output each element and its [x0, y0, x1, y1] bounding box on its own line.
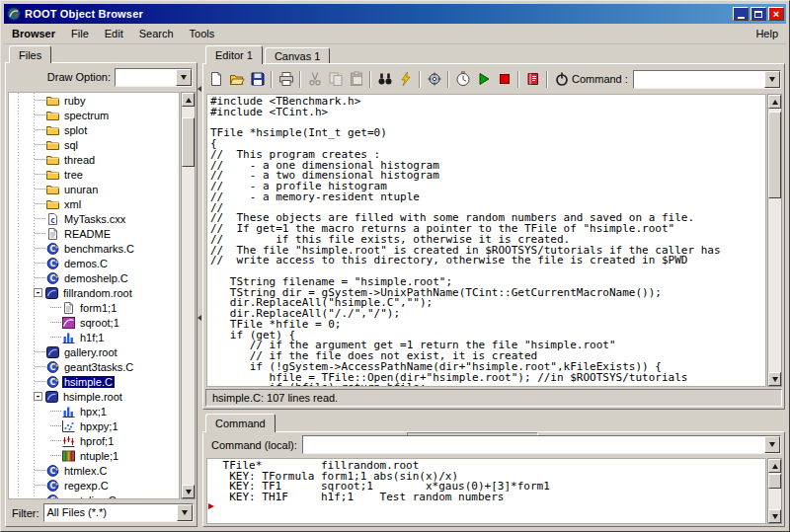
command-local-value[interactable] [303, 436, 764, 453]
collapse-icon[interactable]: - [34, 288, 42, 297]
command-output[interactable]: TFile* fillrandom.root KEY: TFormula for… [206, 458, 766, 524]
draw-option-dropdown-button[interactable] [176, 69, 192, 86]
editor-scrollbar[interactable] [767, 94, 782, 387]
command-local-dropdown-button[interactable] [764, 436, 780, 453]
new-file-button[interactable] [205, 69, 226, 90]
command-value[interactable] [634, 71, 764, 88]
command-label: Command : [572, 73, 628, 85]
filter-combo[interactable]: All Files (*.*) [43, 503, 195, 522]
open-file-button[interactable] [226, 69, 247, 90]
tree-item-sqroot-1[interactable]: sqroot;1 [9, 315, 179, 330]
draw-option-value[interactable] [116, 69, 176, 86]
print-button[interactable] [276, 69, 296, 90]
macro-icon: C+ [46, 272, 59, 284]
tab-command[interactable]: Command [205, 414, 276, 432]
scroll-thumb[interactable] [768, 112, 781, 198]
scroll-track[interactable] [768, 109, 781, 372]
scroll-thumb[interactable] [182, 117, 195, 167]
tree-item-fillrandom-root[interactable]: -fillrandom.root [9, 285, 179, 300]
menu-tools[interactable]: Tools [182, 24, 223, 43]
filter-value[interactable]: All Files (*.*) [44, 504, 178, 521]
tree-item-ntuple-1[interactable]: ntuple;1 [9, 448, 179, 463]
command-combo[interactable] [633, 70, 781, 89]
help-contents-button[interactable] [522, 69, 543, 90]
tree-item-hpxpy-1[interactable]: hpxpy;1 [9, 418, 179, 433]
tree-item-spectrum[interactable]: spectrum [9, 108, 179, 122]
tree-item-xml[interactable]: xml [9, 196, 179, 211]
tree-item-hpx-1[interactable]: hpx;1 [9, 404, 179, 418]
cut-button[interactable] [304, 69, 325, 90]
tree-item-sql[interactable]: sql [9, 137, 179, 152]
tree-item-htmlex-c[interactable]: C+htmlex.C [9, 463, 179, 478]
tree-scrollbar[interactable] [181, 92, 196, 499]
command-local-combo[interactable] [302, 435, 781, 454]
tree-item-demos-c[interactable]: C+demos.C [9, 256, 179, 270]
tree-item-hprof-1[interactable]: hprof;1 [9, 433, 179, 448]
tree-item-rootalias-c[interactable]: C+rootalias.C [9, 493, 179, 499]
tree-item-demoshelp-c[interactable]: C+demoshelp.C [9, 270, 179, 285]
tree-item-hsimple-c[interactable]: C+hsimple.C [9, 374, 179, 389]
menu-file[interactable]: File [63, 24, 97, 43]
interrupt-timer-button[interactable] [452, 69, 473, 90]
tree-item-tree[interactable]: tree [9, 167, 179, 182]
compile-macro-button[interactable] [424, 69, 444, 90]
tree-item-benchmarks-c[interactable]: C+benchmarks.C [9, 241, 179, 256]
copy-button[interactable] [325, 69, 346, 90]
tab-editor-1[interactable]: Editor 1 [205, 45, 263, 64]
code-editor[interactable]: #include <TBenchmark.h> #include <TCint.… [206, 94, 766, 387]
tree-item-ruby[interactable]: ruby [9, 93, 179, 108]
collapse-icon[interactable]: - [34, 392, 42, 401]
draw-option-combo[interactable] [115, 68, 193, 87]
editor-tabs: Editor 1 Canvas 1 [205, 44, 332, 63]
tree-item-splot[interactable]: splot [9, 122, 179, 137]
scroll-up-button[interactable] [768, 459, 781, 473]
tree-item-label: hprof;1 [78, 435, 116, 447]
tree-item-regexp-c[interactable]: C+regexp.C [9, 478, 179, 493]
tree-connector [35, 203, 45, 204]
minimize-button[interactable] [733, 7, 749, 21]
scroll-up-button[interactable] [182, 93, 195, 107]
tree-item-geant3tasks-c[interactable]: C+geant3tasks.C [9, 359, 179, 374]
tree-connector [35, 277, 45, 278]
tree-item-mytasks-cxx[interactable]: cMyTasks.cxx [9, 211, 179, 226]
execute-macro-button[interactable] [473, 69, 494, 90]
menu-edit[interactable]: Edit [97, 24, 131, 43]
tree-connector [35, 233, 45, 234]
tree-item-readme[interactable]: README [9, 226, 179, 241]
scroll-thumb[interactable] [768, 474, 781, 490]
scroll-down-button[interactable] [768, 372, 781, 386]
th2-icon [62, 420, 75, 432]
menu-help[interactable]: Help [748, 24, 786, 43]
filter-dropdown-button[interactable] [177, 504, 193, 521]
tree-item-h1f-1[interactable]: h1f;1 [9, 330, 179, 344]
tab-canvas-1[interactable]: Canvas 1 [265, 47, 330, 63]
menu-browser[interactable]: Browser [4, 24, 63, 43]
goto-line-button[interactable] [395, 69, 416, 90]
tab-files[interactable]: Files [9, 45, 51, 63]
close-button[interactable]: × [768, 7, 784, 21]
save-file-button[interactable] [247, 69, 268, 90]
quit-editor-button[interactable] [551, 69, 572, 90]
scroll-down-button[interactable] [768, 509, 781, 523]
code-content[interactable]: #include <TBenchmark.h> #include <TCint.… [207, 95, 765, 387]
tree-item-gallery-root[interactable]: gallery.root [9, 344, 179, 359]
scroll-up-button[interactable] [768, 95, 781, 109]
tree-item-unuran[interactable]: unuran [9, 182, 179, 196]
tree-item-thread[interactable]: thread [9, 152, 179, 167]
menu-search[interactable]: Search [131, 24, 182, 43]
paste-button[interactable] [346, 69, 366, 90]
maximize-button[interactable] [750, 7, 766, 21]
tree-connector [35, 159, 45, 160]
svg-text:+: + [54, 376, 59, 382]
stop-execution-button[interactable] [494, 69, 514, 90]
command-dropdown-button[interactable] [764, 71, 780, 88]
output-scrollbar[interactable] [767, 458, 782, 524]
scroll-down-button[interactable] [182, 485, 195, 498]
tree-item-form1-1[interactable]: form1;1 [9, 300, 179, 315]
find-button[interactable] [374, 69, 395, 90]
scroll-track[interactable] [182, 107, 195, 485]
scroll-track[interactable] [768, 473, 781, 509]
tree-item-label: fillrandom.root [61, 287, 134, 299]
tree-item-hsimple-root[interactable]: -hsimple.root [9, 389, 179, 404]
title-bar[interactable]: ROOT Object Browser × [4, 4, 786, 24]
